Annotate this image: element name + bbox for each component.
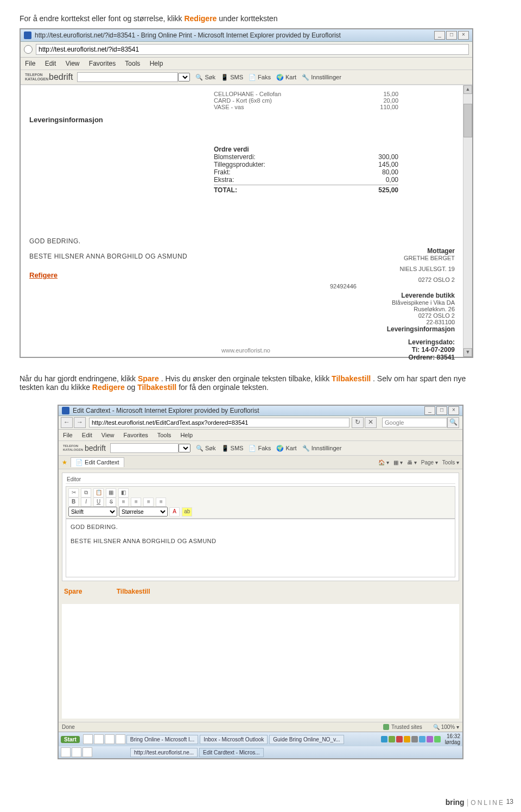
scroll-up-arrow-icon[interactable]: ▲ <box>463 85 472 94</box>
tray-icon[interactable] <box>381 736 387 742</box>
url-input-2[interactable] <box>89 418 350 427</box>
leveringsinformasjon-heading-2: Leveringsinformasjon <box>303 325 455 333</box>
menu-favorites[interactable]: Favorites <box>124 432 148 438</box>
tray-icon[interactable] <box>419 736 425 742</box>
menu-edit[interactable]: Edit <box>82 432 92 438</box>
spare-link[interactable]: Spare <box>64 588 82 595</box>
toolbar-search-button[interactable]: 🔍 Søk <box>196 445 216 452</box>
refresh-button[interactable]: ↻ <box>352 417 364 428</box>
task-button[interactable]: Inbox - Microsoft Outlook <box>200 735 268 744</box>
cut-icon[interactable]: ✂ <box>68 488 79 498</box>
redigere-link[interactable]: Refigere <box>29 271 58 279</box>
zoom-level[interactable]: 🔍 100% ▾ <box>433 724 459 730</box>
task-button[interactable]: Edit Cardtext - Micros... <box>199 748 263 757</box>
favorites-star-icon[interactable]: ★ <box>62 459 67 466</box>
toolbar-sms-button[interactable]: 📱 SMS <box>221 74 243 81</box>
start-button[interactable]: Start <box>61 736 80 743</box>
scroll-thumb[interactable] <box>463 104 472 137</box>
feed-icon[interactable]: ▦ ▾ <box>393 459 403 465</box>
maximize-button[interactable]: □ <box>436 406 447 415</box>
toolbar-kart-button[interactable]: 🌍 Kart <box>276 74 296 81</box>
tray-icon[interactable] <box>427 736 433 742</box>
scroll-down-arrow-icon[interactable]: ▼ <box>463 348 472 357</box>
paste-icon[interactable]: 📋 <box>93 488 104 498</box>
toolbar-search-dropdown[interactable] <box>178 73 190 81</box>
eraser-icon[interactable]: ◧ <box>118 488 129 498</box>
tilbakestill-link[interactable]: Tilbakestill <box>117 588 150 595</box>
url-input[interactable] <box>36 44 469 55</box>
quicklaunch-icon[interactable] <box>82 747 92 757</box>
toolbar-search-input-2[interactable] <box>110 443 179 453</box>
strike-icon[interactable]: S̶ <box>106 498 116 507</box>
print-icon[interactable]: 🖶 ▾ <box>407 459 417 465</box>
menu-view[interactable]: View <box>101 432 115 438</box>
toolbar-faks-button[interactable]: 📄 Faks <box>249 445 271 452</box>
tray-icon[interactable] <box>396 736 403 742</box>
align-center-icon[interactable]: ≡ <box>131 498 141 507</box>
menu-edit[interactable]: Edit <box>45 60 56 67</box>
font-size-select[interactable]: Størrelse <box>119 507 168 517</box>
minimize-button[interactable]: _ <box>424 406 435 415</box>
editor-label: Editor <box>66 476 455 484</box>
quicklaunch-icon[interactable] <box>105 734 115 744</box>
toolbar-kart-button[interactable]: 🌍 Kart <box>276 445 296 452</box>
menu-help[interactable]: Help <box>150 60 163 67</box>
menu-file[interactable]: File <box>25 60 35 67</box>
tools-menu[interactable]: Tools ▾ <box>442 459 459 465</box>
align-justify-icon[interactable]: ≡ <box>156 498 166 507</box>
table-icon[interactable]: ▦ <box>106 488 116 498</box>
menu-favorites[interactable]: Favorites <box>89 60 116 67</box>
tray-icon[interactable] <box>404 736 410 742</box>
highlight-icon[interactable]: ab <box>182 507 192 517</box>
quicklaunch-icon[interactable] <box>83 734 93 744</box>
tray-icon[interactable] <box>411 736 418 742</box>
back-button[interactable]: ← <box>61 417 73 428</box>
toolbar-search-input[interactable] <box>77 72 178 82</box>
leveringsdato-label: Leveringsdato: <box>303 338 455 346</box>
maximize-button[interactable]: □ <box>446 31 457 40</box>
toolbar-innstillinger-button[interactable]: 🔧 Innstillinger <box>302 74 341 81</box>
task-button[interactable]: http://test.euroflorist.ne... <box>130 748 198 757</box>
menu-file[interactable]: File <box>63 432 73 438</box>
stop-button[interactable]: ✕ <box>365 417 377 428</box>
toolbar-sms-button[interactable]: 📱 SMS <box>221 445 244 452</box>
toolbar-faks-button[interactable]: 📄 Faks <box>249 74 271 81</box>
home-icon[interactable]: 🏠 ▾ <box>378 459 389 465</box>
menu-tools[interactable]: Tools <box>125 60 140 67</box>
toolbar-logo-small: TELEFON KATALOGEN <box>63 444 84 452</box>
search-go-button[interactable]: 🔍 <box>447 417 459 428</box>
align-right-icon[interactable]: ≡ <box>143 498 154 507</box>
quicklaunch-icon[interactable] <box>116 734 125 744</box>
bold-icon[interactable]: B <box>68 498 79 507</box>
forward-button[interactable]: → <box>74 417 86 428</box>
editor-body[interactable]: GOD BEDRING. BESTE HILSNER ANNA BORGHILD… <box>66 519 455 577</box>
underline-icon[interactable]: U <box>93 498 104 507</box>
italic-icon[interactable]: I <box>81 498 91 507</box>
toolbar-search-dropdown-2[interactable] <box>179 444 190 452</box>
task-button[interactable]: Bring Online - Microsoft I... <box>126 735 198 744</box>
font-family-select[interactable]: Skrift <box>68 507 117 517</box>
menu-view[interactable]: View <box>66 60 80 67</box>
close-button[interactable]: × <box>448 406 459 415</box>
quicklaunch-icon[interactable] <box>61 747 71 757</box>
order-row: Tilleggsprodukter:145,00 <box>214 161 398 168</box>
search-provider-box[interactable]: Google <box>382 418 447 427</box>
menu-help[interactable]: Help <box>180 432 193 438</box>
tray-icon[interactable] <box>389 736 395 742</box>
scrollbar[interactable]: ▲ ▼ <box>463 85 472 357</box>
font-color-icon[interactable]: A <box>169 507 180 517</box>
page-menu[interactable]: Page ▾ <box>421 459 438 465</box>
close-button[interactable]: × <box>458 31 469 40</box>
quicklaunch-icon[interactable] <box>72 747 81 757</box>
align-left-icon[interactable]: ≡ <box>118 498 129 507</box>
toolbar-innstillinger-button[interactable]: 🔧 Innstillinger <box>302 445 342 452</box>
quicklaunch-icon[interactable] <box>94 734 104 744</box>
mottager-phone: 92492446 <box>330 283 455 289</box>
minimize-button[interactable]: _ <box>434 31 445 40</box>
task-button[interactable]: Guide Bring Online_NO_v... <box>269 735 344 744</box>
tray-icon[interactable] <box>434 736 441 742</box>
toolbar-search-button[interactable]: 🔍 Søk <box>195 74 215 81</box>
menu-tools[interactable]: Tools <box>157 432 171 438</box>
tab-edit-cardtext[interactable]: 📄 Edit Cardtext <box>71 457 124 467</box>
copy-icon[interactable]: ⧉ <box>81 488 91 498</box>
